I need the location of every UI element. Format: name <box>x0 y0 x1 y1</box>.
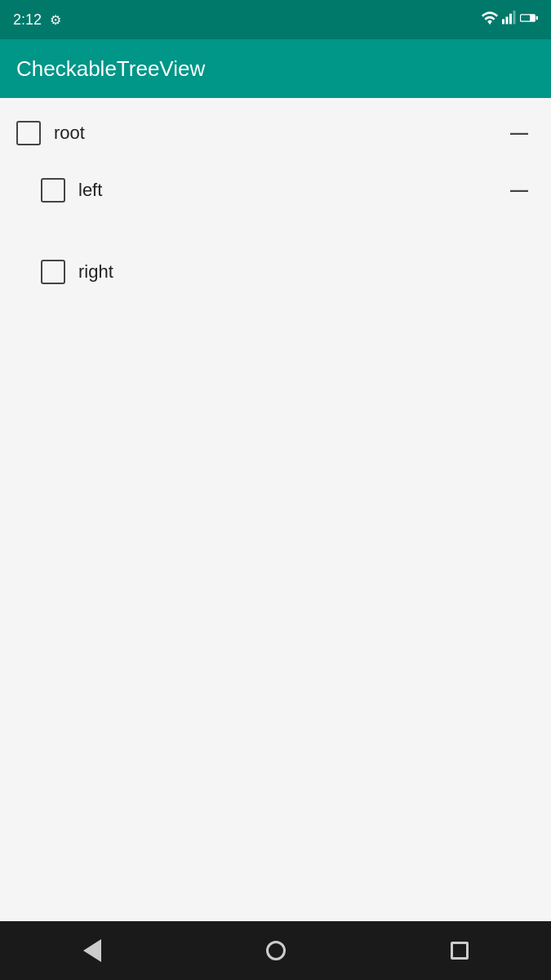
svg-rect-5 <box>521 15 530 20</box>
nav-home-button[interactable] <box>251 926 300 975</box>
svg-rect-1 <box>506 17 509 24</box>
checkbox-root[interactable] <box>16 121 41 145</box>
recents-icon <box>451 942 469 960</box>
tree-item-right-left: right <box>41 260 113 284</box>
label-left: left <box>78 180 102 201</box>
svg-rect-3 <box>513 11 516 24</box>
faded-area <box>0 219 551 243</box>
svg-rect-0 <box>502 20 504 24</box>
nav-recents-button[interactable] <box>435 926 484 975</box>
label-root: root <box>54 122 85 144</box>
app-title: CheckableTreeView <box>16 56 205 82</box>
app-bar: CheckableTreeView <box>0 39 551 98</box>
tree-item-left: left — <box>0 162 551 219</box>
home-icon <box>266 941 286 960</box>
content-area: root — left — right <box>0 98 551 921</box>
tree-item-root-left: root <box>16 121 85 145</box>
gear-icon: ⚙ <box>50 12 61 28</box>
nav-back-button[interactable] <box>68 926 117 975</box>
checkbox-right[interactable] <box>41 260 65 284</box>
svg-rect-2 <box>509 14 512 24</box>
tree-item-right: right <box>0 243 551 301</box>
wifi-icon <box>481 11 499 29</box>
back-icon <box>83 939 101 962</box>
status-time: 2:12 <box>13 11 42 29</box>
svg-rect-6 <box>536 16 538 20</box>
collapse-left-icon[interactable]: — <box>504 178 535 203</box>
tree-item-root: root — <box>0 105 551 162</box>
collapse-root-icon[interactable]: — <box>504 121 535 145</box>
label-right: right <box>78 261 113 283</box>
signal-icon <box>502 11 517 29</box>
status-bar-left: 2:12 ⚙ <box>13 11 61 29</box>
status-bar-right <box>481 11 538 29</box>
tree-item-left-left: left <box>41 178 102 203</box>
battery-icon <box>520 12 538 27</box>
nav-bar <box>0 921 551 980</box>
checkbox-left[interactable] <box>41 178 65 203</box>
status-bar: 2:12 ⚙ <box>0 0 551 39</box>
